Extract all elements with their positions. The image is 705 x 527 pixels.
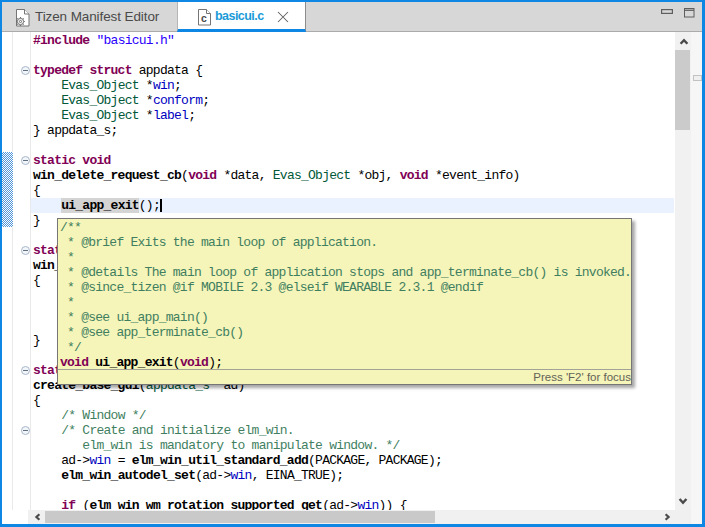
svg-text:c: c (201, 12, 207, 24)
